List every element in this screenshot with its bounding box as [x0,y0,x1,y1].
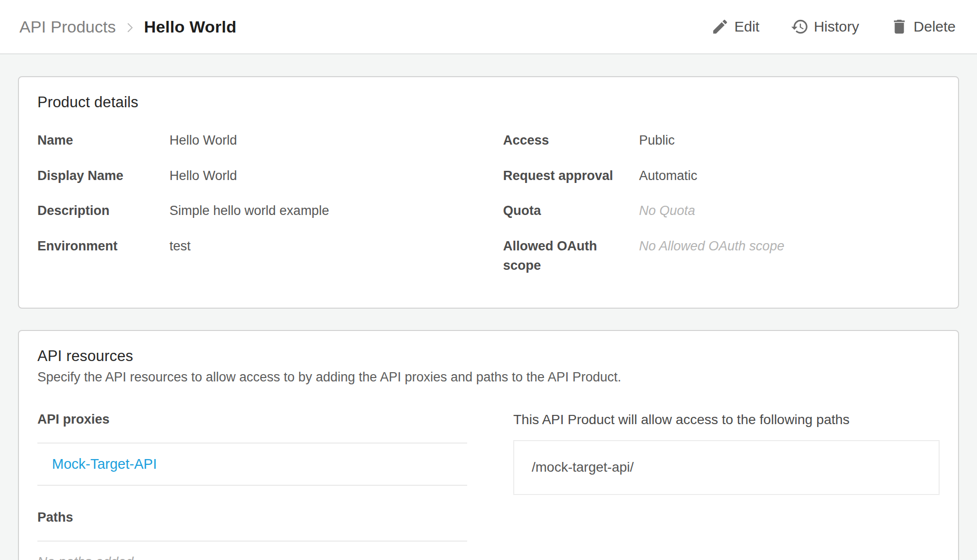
edit-button[interactable]: Edit [711,17,759,36]
proxies-and-paths-column: API proxies Mock-Target-API Paths No pat… [37,412,467,560]
field-quota: Quota No Quota [503,201,940,221]
allowed-paths-column: This API Product will allow access to th… [513,412,940,560]
field-value: Hello World [169,131,237,149]
field-label: Request approval [503,166,639,186]
details-left-column: Name Hello World Display Name Hello Worl… [37,131,474,291]
field-value: Simple hello world example [169,201,329,219]
field-label: Description [37,201,169,221]
field-display-name: Display Name Hello World [37,166,474,186]
page-title: Hello World [144,17,236,36]
field-label: Access [503,131,639,150]
allowed-paths-heading: This API Product will allow access to th… [513,412,940,428]
allowed-paths-box: /mock-target-api/ [513,440,940,495]
api-proxies-heading: API proxies [37,412,467,427]
delete-button-label: Delete [913,18,956,35]
product-details-card: Product details Name Hello World Display… [18,76,959,309]
history-clock-icon [791,17,809,36]
field-environment: Environment test [37,236,474,256]
field-value: Hello World [169,166,237,184]
proxy-link-mock-target-api[interactable]: Mock-Target-API [52,456,157,472]
breadcrumb-api-products-link[interactable]: API Products [19,17,116,36]
divider [37,541,467,542]
api-resources-columns: API proxies Mock-Target-API Paths No pat… [37,412,940,560]
api-resources-card: API resources Specify the API resources … [18,330,959,560]
page-header: API Products Hello World Edit History De… [0,0,977,54]
field-value: Public [639,131,675,149]
field-value-empty: No Allowed OAuth scope [639,236,784,255]
pencil-icon [711,17,729,36]
field-request-approval: Request approval Automatic [503,166,940,186]
field-name: Name Hello World [37,131,474,150]
history-button-label: History [814,18,859,35]
paths-empty-text: No paths added. [37,554,467,560]
field-value: Automatic [639,166,697,184]
trash-icon [890,17,909,36]
divider [37,485,467,486]
main-content: Product details Name Hello World Display… [0,54,977,560]
product-details-grid: Name Hello World Display Name Hello Worl… [37,131,940,291]
details-right-column: Access Public Request approval Automatic… [503,131,940,291]
chevron-right-icon [122,20,137,35]
field-label: Name [37,131,169,150]
field-label: Quota [503,201,639,221]
field-value: test [169,236,191,255]
allowed-path-value: /mock-target-api/ [532,460,634,475]
field-access: Access Public [503,131,940,150]
field-allowed-oauth-scope: Allowed OAuth scope No Allowed OAuth sco… [503,236,940,276]
field-label: Environment [37,236,169,256]
paths-heading: Paths [37,510,467,525]
product-details-title: Product details [37,94,940,111]
history-button[interactable]: History [791,17,859,36]
breadcrumb: API Products Hello World [19,17,236,36]
field-description: Description Simple hello world example [37,201,474,221]
field-label: Allowed OAuth scope [503,236,639,276]
api-resources-subtitle: Specify the API resources to allow acces… [37,370,940,385]
field-label: Display Name [37,166,169,186]
delete-button[interactable]: Delete [890,17,956,36]
header-actions: Edit History Delete [711,17,956,36]
field-value-empty: No Quota [639,201,695,219]
edit-button-label: Edit [734,18,759,35]
api-resources-title: API resources [37,347,940,365]
list-item: Mock-Target-API [37,444,467,485]
